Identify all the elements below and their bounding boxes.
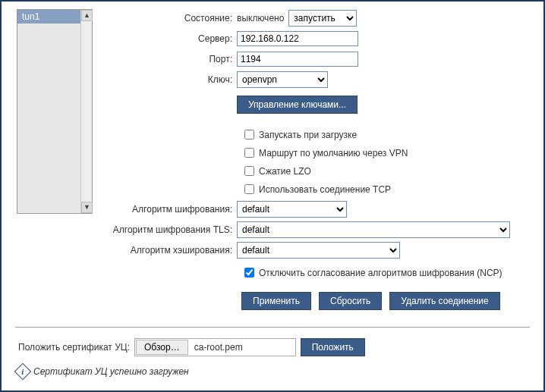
cert-label: Положить сертификат УЦ:	[18, 342, 130, 353]
file-name-display: ca-root.pem	[188, 342, 295, 353]
key-label: Ключ:	[100, 74, 237, 85]
put-cert-button[interactable]: Положить	[301, 338, 365, 356]
tcp-label: Использовать соединение TCP	[259, 184, 391, 195]
action-select[interactable]: запустить	[288, 10, 357, 27]
file-chooser: Обзор… ca-root.pem	[134, 338, 296, 356]
tcp-checkbox[interactable]	[244, 184, 254, 194]
reset-button[interactable]: Сбросить	[319, 292, 382, 310]
ncp-label: Отключить согласование алгоритмов шифров…	[259, 268, 502, 278]
autostart-checkbox[interactable]	[244, 130, 254, 140]
status-message: Сертификат УЦ успешно загружен	[33, 366, 189, 377]
key-select[interactable]: openvpn	[237, 71, 328, 88]
lzo-label: Сжатие LZO	[259, 166, 311, 177]
main-content: tun1 ▲ ▼ Состояние: выключено запустить …	[2, 2, 543, 310]
enc-alg-select[interactable]: default	[237, 201, 347, 218]
autostart-label: Запускать при загрузке	[259, 130, 357, 140]
state-label: Состояние:	[100, 13, 237, 24]
lzo-checkbox[interactable]	[244, 166, 254, 176]
port-label: Порт:	[100, 54, 237, 64]
manage-keys-button[interactable]: Управление ключами...	[237, 96, 358, 114]
connection-item[interactable]: tun1	[17, 10, 82, 24]
apply-button[interactable]: Применить	[241, 292, 311, 310]
enc-alg-label: Алгоритм шифрования:	[100, 204, 237, 215]
ncp-checkbox[interactable]	[244, 268, 254, 278]
config-window: tun1 ▲ ▼ Состояние: выключено запустить …	[0, 0, 545, 392]
form-area: Состояние: выключено запустить Сервер: П…	[93, 9, 531, 310]
scroll-down-icon[interactable]: ▼	[81, 202, 93, 213]
delete-connection-button[interactable]: Удалить соединение	[389, 292, 499, 310]
default-route-label: Маршрут по умолчанию через VPN	[259, 148, 408, 158]
port-input[interactable]	[237, 52, 358, 67]
state-value: выключено	[237, 13, 284, 24]
default-route-checkbox[interactable]	[244, 148, 254, 158]
hash-alg-label: Алгоритм хэширования:	[100, 245, 237, 256]
status-section: i Сертификат УЦ успешно загружен	[2, 356, 543, 387]
enc-alg-tls-select[interactable]: default	[237, 221, 510, 238]
server-label: Сервер:	[100, 33, 237, 44]
enc-alg-tls-label: Алгоритм шифрования TLS:	[100, 224, 237, 235]
server-input[interactable]	[237, 31, 358, 46]
hash-alg-select[interactable]: default	[237, 242, 400, 259]
connection-list[interactable]: tun1 ▲ ▼	[17, 9, 93, 214]
info-icon: i	[14, 363, 32, 381]
scrollbar[interactable]: ▲ ▼	[80, 10, 92, 213]
cert-section: Положить сертификат УЦ: Обзор… ca-root.p…	[2, 328, 543, 356]
scroll-up-icon[interactable]: ▲	[81, 10, 93, 21]
browse-button[interactable]: Обзор…	[136, 340, 188, 355]
connection-list-inner: tun1	[17, 10, 82, 213]
